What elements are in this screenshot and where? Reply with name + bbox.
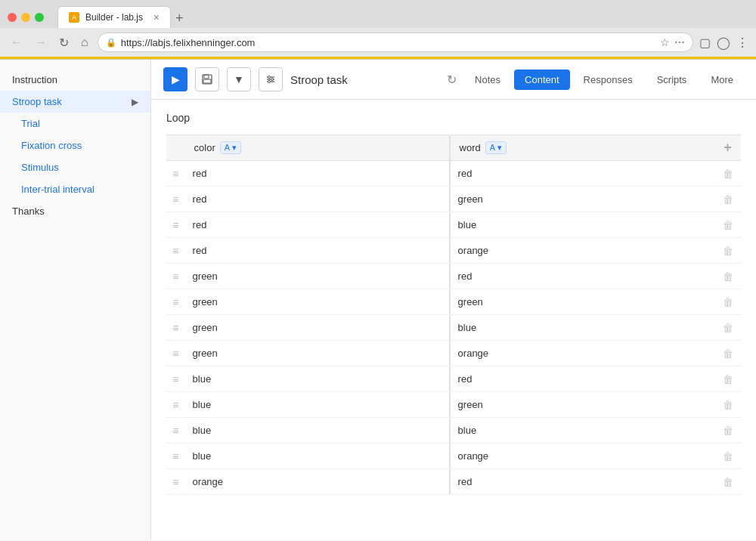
back-button[interactable]: ← — [8, 34, 26, 51]
word-input-2[interactable] — [451, 212, 715, 237]
color-cell-8[interactable] — [185, 366, 450, 392]
drag-handle-icon[interactable]: ≡ — [169, 270, 181, 283]
drag-handle-icon[interactable]: ≡ — [169, 245, 181, 257]
extensions-icon[interactable]: ▢ — [699, 36, 711, 50]
minimize-window-button[interactable] — [21, 13, 30, 22]
word-cell-1[interactable] — [451, 187, 715, 212]
drag-handle-icon[interactable]: ≡ — [169, 193, 181, 206]
forward-button[interactable]: → — [32, 34, 50, 51]
word-cell-10[interactable] — [451, 418, 715, 444]
word-input-0[interactable] — [451, 161, 715, 186]
dropdown-button[interactable]: ▼ — [227, 67, 251, 91]
color-input-10[interactable] — [185, 418, 450, 443]
color-input-4[interactable] — [185, 264, 450, 289]
sidebar-item-trial[interactable]: Trial — [0, 113, 150, 134]
column-type-word[interactable]: A ▾ — [485, 141, 507, 154]
save-button[interactable] — [195, 67, 219, 91]
delete-row-button-6[interactable]: 🗑 — [720, 319, 736, 337]
color-input-3[interactable] — [185, 238, 450, 263]
word-cell-9[interactable] — [451, 392, 715, 418]
drag-handle-icon[interactable]: ≡ — [169, 219, 181, 231]
active-tab[interactable]: A Builder - lab.js × — [57, 6, 171, 28]
sidebar-item-instruction[interactable]: Instruction — [0, 69, 150, 91]
more-address-button[interactable]: ⋯ — [674, 36, 685, 48]
color-cell-3[interactable] — [185, 238, 450, 264]
tab-more[interactable]: More — [700, 70, 744, 90]
add-column-button[interactable]: + — [714, 135, 741, 161]
word-input-5[interactable] — [451, 289, 715, 314]
word-input-7[interactable] — [451, 341, 715, 366]
color-input-2[interactable] — [185, 212, 450, 237]
tab-close-button[interactable]: × — [153, 11, 160, 23]
drag-handle-icon[interactable]: ≡ — [169, 168, 181, 180]
address-bar[interactable]: 🔒 https://labjs.felixhenninger.com ☆ ⋯ — [98, 32, 693, 52]
word-cell-7[interactable] — [451, 341, 715, 366]
color-input-1[interactable] — [185, 187, 450, 212]
sidebar-item-inter-trial-interval[interactable]: Inter-trial interval — [0, 178, 150, 200]
tab-notes[interactable]: Notes — [464, 70, 511, 90]
color-cell-0[interactable] — [185, 161, 450, 187]
drag-handle-icon[interactable]: ≡ — [169, 399, 181, 411]
color-input-11[interactable] — [185, 444, 450, 468]
color-cell-10[interactable] — [185, 418, 450, 444]
word-cell-11[interactable] — [451, 444, 715, 469]
play-button[interactable]: ▶ — [163, 67, 187, 91]
home-button[interactable]: ⌂ — [78, 34, 91, 51]
reload-button[interactable]: ↻ — [56, 34, 72, 51]
delete-row-button-11[interactable]: 🗑 — [720, 447, 736, 465]
color-cell-11[interactable] — [185, 444, 450, 469]
color-cell-9[interactable] — [185, 392, 450, 418]
tab-responses[interactable]: Responses — [573, 70, 643, 90]
color-cell-2[interactable] — [185, 212, 450, 238]
delete-row-button-2[interactable]: 🗑 — [720, 216, 736, 234]
color-input-7[interactable] — [185, 341, 450, 366]
drag-handle-icon[interactable]: ≡ — [169, 322, 181, 334]
sidebar-item-stroop-task[interactable]: Stroop task ▶ — [0, 91, 150, 113]
maximize-window-button[interactable] — [35, 13, 44, 22]
delete-row-button-4[interactable]: 🗑 — [720, 267, 736, 286]
word-input-12[interactable] — [451, 469, 715, 494]
color-input-6[interactable] — [185, 315, 450, 340]
drag-handle-icon[interactable]: ≡ — [169, 476, 181, 488]
bookmark-icon[interactable]: ☆ — [660, 36, 670, 48]
new-tab-button[interactable]: + — [175, 11, 184, 28]
word-cell-4[interactable] — [451, 264, 715, 289]
color-input-0[interactable] — [185, 161, 450, 186]
delete-row-button-10[interactable]: 🗑 — [720, 422, 736, 440]
word-cell-5[interactable] — [451, 289, 715, 315]
color-cell-1[interactable] — [185, 187, 450, 212]
drag-handle-icon[interactable]: ≡ — [169, 296, 181, 308]
drag-handle-icon[interactable]: ≡ — [169, 373, 181, 385]
close-window-button[interactable] — [8, 13, 17, 22]
sidebar-item-thanks[interactable]: Thanks — [0, 200, 150, 222]
drag-handle-icon[interactable]: ≡ — [169, 450, 181, 462]
word-input-11[interactable] — [451, 444, 715, 468]
word-cell-8[interactable] — [451, 366, 715, 392]
tab-content[interactable]: Content — [514, 70, 570, 90]
color-input-9[interactable] — [185, 392, 450, 417]
word-input-10[interactable] — [451, 418, 715, 443]
color-cell-5[interactable] — [185, 289, 450, 315]
delete-row-button-0[interactable]: 🗑 — [720, 165, 736, 183]
word-input-6[interactable] — [451, 315, 715, 340]
delete-row-button-9[interactable]: 🗑 — [720, 396, 736, 414]
delete-row-button-1[interactable]: 🗑 — [720, 190, 736, 209]
tab-scripts[interactable]: Scripts — [646, 70, 698, 90]
color-cell-4[interactable] — [185, 264, 450, 289]
word-input-4[interactable] — [451, 264, 715, 289]
user-profile-icon[interactable]: ◯ — [717, 36, 730, 50]
word-cell-2[interactable] — [451, 212, 715, 238]
sidebar-item-fixation-cross[interactable]: Fixation cross — [0, 134, 150, 156]
browser-menu-button[interactable]: ⋮ — [736, 36, 748, 50]
word-input-3[interactable] — [451, 238, 715, 263]
color-cell-12[interactable] — [185, 469, 450, 495]
delete-row-button-3[interactable]: 🗑 — [720, 242, 736, 260]
delete-row-button-7[interactable]: 🗑 — [720, 345, 736, 363]
word-cell-12[interactable] — [451, 469, 715, 495]
word-input-1[interactable] — [451, 187, 715, 212]
word-input-9[interactable] — [451, 392, 715, 417]
drag-handle-icon[interactable]: ≡ — [169, 348, 181, 360]
color-input-8[interactable] — [185, 366, 450, 391]
word-cell-6[interactable] — [451, 315, 715, 341]
color-input-12[interactable] — [185, 469, 450, 494]
